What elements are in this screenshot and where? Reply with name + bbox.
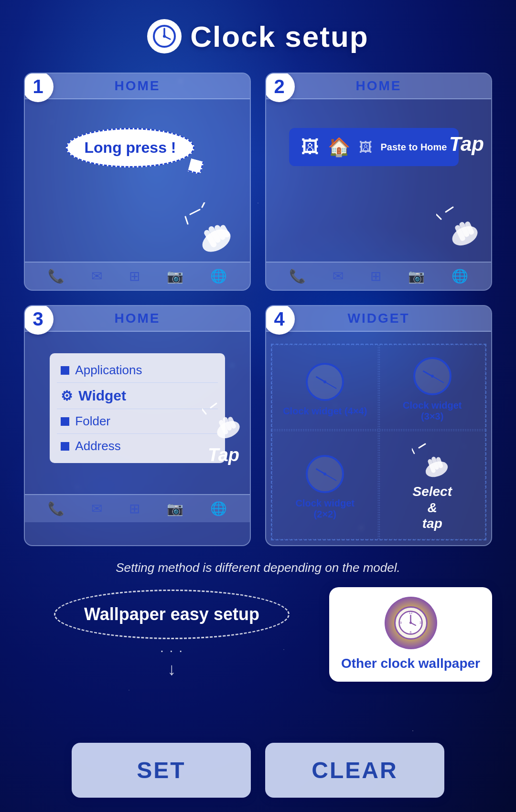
phone-icon-3: 📞 xyxy=(48,501,64,517)
bottom-buttons: SET CLEAR xyxy=(72,743,444,798)
svg-line-19 xyxy=(202,409,206,414)
long-press-bubble: Long press ! xyxy=(66,128,194,168)
svg-text:3: 3 xyxy=(419,621,421,624)
page-header: Clock setup xyxy=(147,19,368,53)
menu-item-address: Address xyxy=(57,434,217,458)
page-title: Clock setup xyxy=(190,20,368,53)
phone-icon: 📞 xyxy=(48,268,64,284)
step-4-body: Clock widget (4×4) Clock widget(3×3) xyxy=(266,332,491,545)
step-2-footer: 📞 ✉ ⊞ 📷 🌐 xyxy=(266,262,491,290)
phone-icon-2: 📞 xyxy=(289,268,306,284)
widget-2x2-cell: Clock widget(2×2) xyxy=(272,431,378,539)
wallpaper-easy-setup-label[interactable]: Wallpaper easy setup xyxy=(54,590,290,639)
step-2-header: HOME xyxy=(266,74,491,99)
hand-gesture-1 xyxy=(183,202,236,262)
step-1-body: Long press ! xyxy=(25,99,250,262)
arrow-down: ↓ xyxy=(168,659,176,679)
svg-text:6: 6 xyxy=(410,631,412,634)
step-1-header: HOME xyxy=(25,74,250,99)
svg-line-24 xyxy=(419,444,425,448)
step-1-footer: 📞 ✉ ⊞ 📷 🌐 xyxy=(25,262,250,290)
select-tap-cell: Select&tap xyxy=(379,431,486,539)
widget-label-3x3: Clock widget(3×3) xyxy=(403,400,462,422)
tap-label-3: Tap xyxy=(208,445,239,465)
hand-gesture-4 xyxy=(412,443,452,484)
step-4-header: WIDGET xyxy=(266,306,491,332)
other-clock-image: 12 3 6 9 xyxy=(385,597,437,649)
widget-clock-4x4 xyxy=(306,363,344,401)
svg-line-25 xyxy=(412,449,414,453)
svg-text:12: 12 xyxy=(409,611,413,614)
step-2-card: 2 HOME 🖼 🏠 🖼 Paste to Home Tap xyxy=(265,73,492,291)
svg-line-5 xyxy=(185,217,188,224)
clock-hand-minute-3 xyxy=(325,474,337,481)
page-content: Clock setup 1 HOME Long press ! xyxy=(0,0,516,812)
camera-icon: 📷 xyxy=(167,268,183,284)
info-text: Setting method is different depending on… xyxy=(116,560,400,575)
mail-icon-2: ✉ xyxy=(333,268,344,284)
menu-dot-address xyxy=(61,442,69,451)
grid-icon: ⊞ xyxy=(129,268,140,284)
camera-icon-3: 📷 xyxy=(167,501,183,517)
step-3-body: Applications ⚙ Widget Folder Address xyxy=(25,332,250,494)
widget-menu-list: Applications ⚙ Widget Folder Address xyxy=(50,353,225,463)
widget-label-2x2: Clock widget(2×2) xyxy=(296,498,355,520)
menu-dot-folder xyxy=(61,417,69,426)
step-3-footer: 📞 ✉ ⊞ 📷 🌐 xyxy=(25,494,250,522)
mail-icon: ✉ xyxy=(91,268,102,284)
svg-line-12 xyxy=(446,207,453,212)
camera-icon-2: 📷 xyxy=(408,268,425,284)
hand-gesture-2 xyxy=(436,205,484,254)
grid-icon-2: ⊞ xyxy=(370,268,381,284)
image2-icon: 🖼 xyxy=(359,139,372,155)
widget-4x4-cell: Clock widget (4×4) xyxy=(272,345,378,430)
paste-to-home-box: 🖼 🏠 🖼 Paste to Home xyxy=(289,128,459,166)
globe-icon: 🌐 xyxy=(210,268,227,284)
widget-label-4x4: Clock widget (4×4) xyxy=(283,406,367,417)
step-3-card: 3 HOME Applications ⚙ Widget Folder xyxy=(24,305,251,546)
hand-gesture-3: Tap xyxy=(202,402,245,465)
clock-center-2 xyxy=(431,375,434,378)
arrow-dots: · · · xyxy=(160,643,183,658)
image-icon: 🖼 xyxy=(301,137,319,158)
clock-center-1 xyxy=(323,380,326,383)
widget-clock-3x3 xyxy=(413,357,452,395)
step-1-card: 1 HOME Long press ! xyxy=(24,73,251,291)
globe-icon-2: 🌐 xyxy=(452,268,468,284)
paste-label: Paste to Home xyxy=(381,142,447,153)
step-3-header: HOME xyxy=(25,306,250,332)
clock-face-mini: 12 3 6 9 xyxy=(394,606,428,640)
svg-line-13 xyxy=(436,214,441,219)
home-plus-icon: 🏠 xyxy=(328,137,350,158)
widget-clock-2x2 xyxy=(306,455,344,493)
menu-item-folder: Folder xyxy=(57,409,217,434)
wallpaper-easy-setup-container: Wallpaper easy setup · · · ↓ xyxy=(24,590,320,679)
svg-line-18 xyxy=(211,403,216,408)
widget-grid: Clock widget (4×4) Clock widget(3×3) xyxy=(271,344,486,540)
steps-grid: 1 HOME Long press ! xyxy=(24,73,492,546)
mail-icon-3: ✉ xyxy=(91,501,102,517)
clock-hand-minute-2 xyxy=(432,376,444,383)
wallpaper-section: Wallpaper easy setup · · · ↓ 12 3 xyxy=(24,587,492,682)
menu-item-applications: Applications xyxy=(57,358,217,383)
wallpaper-arrow: · · · ↓ xyxy=(160,643,183,679)
widget-3x3-cell: Clock widget(3×3) xyxy=(379,345,486,430)
menu-item-widget: ⚙ Widget xyxy=(57,383,217,409)
gear-icon-widget: ⚙ xyxy=(61,388,73,404)
step-4-card: 4 WIDGET Clock widget (4×4) xyxy=(265,305,492,546)
step-2-body: 🖼 🏠 🖼 Paste to Home Tap xyxy=(266,99,491,262)
svg-line-4 xyxy=(190,210,200,214)
select-tap-label: Select&tap xyxy=(413,484,452,532)
svg-line-6 xyxy=(202,202,204,207)
svg-line-3 xyxy=(164,36,170,39)
globe-icon-3: 🌐 xyxy=(210,501,227,517)
grid-icon-3: ⊞ xyxy=(129,501,140,517)
set-button[interactable]: SET xyxy=(72,743,251,798)
other-clock-card[interactable]: 12 3 6 9 Other clock wallpaper xyxy=(329,587,492,682)
tap-label-2: Tap xyxy=(449,133,484,156)
other-clock-label: Other clock wallpaper xyxy=(341,655,480,672)
clear-button[interactable]: CLEAR xyxy=(265,743,444,798)
menu-dot-applications xyxy=(61,366,69,375)
clock-icon xyxy=(147,19,182,53)
svg-text:9: 9 xyxy=(400,621,402,624)
